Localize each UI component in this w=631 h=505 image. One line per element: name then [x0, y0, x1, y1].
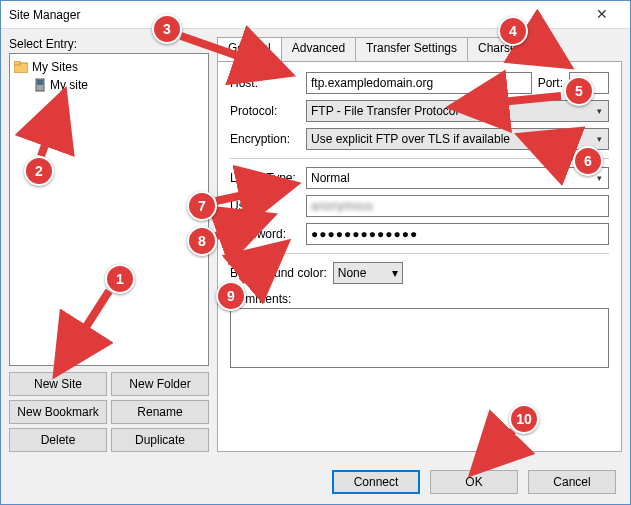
svg-line-6 [181, 36, 281, 71]
svg-line-9 [529, 139, 573, 156]
svg-line-7 [521, 36, 561, 61]
svg-line-8 [461, 96, 561, 106]
svg-line-10 [216, 186, 286, 201]
site-manager-window: Site Manager ✕ Select Entry: My Sites My… [0, 0, 631, 505]
annotation-badge-3: 3 [152, 14, 182, 44]
annotation-badge-7: 7 [187, 191, 217, 221]
annotation-badge-8: 8 [187, 226, 217, 256]
annotation-badge-2: 2 [24, 156, 54, 186]
annotation-badge-1: 1 [105, 264, 135, 294]
svg-line-4 [61, 291, 109, 366]
svg-line-5 [41, 101, 61, 156]
annotation-badge-10: 10 [509, 404, 539, 434]
svg-line-11 [216, 219, 263, 236]
svg-line-12 [241, 249, 279, 281]
svg-line-13 [479, 431, 513, 466]
annotation-badge-5: 5 [564, 76, 594, 106]
annotation-badge-6: 6 [573, 146, 603, 176]
annotation-badge-4: 4 [498, 16, 528, 46]
annotation-badge-9: 9 [216, 281, 246, 311]
annotation-arrows [1, 1, 631, 505]
